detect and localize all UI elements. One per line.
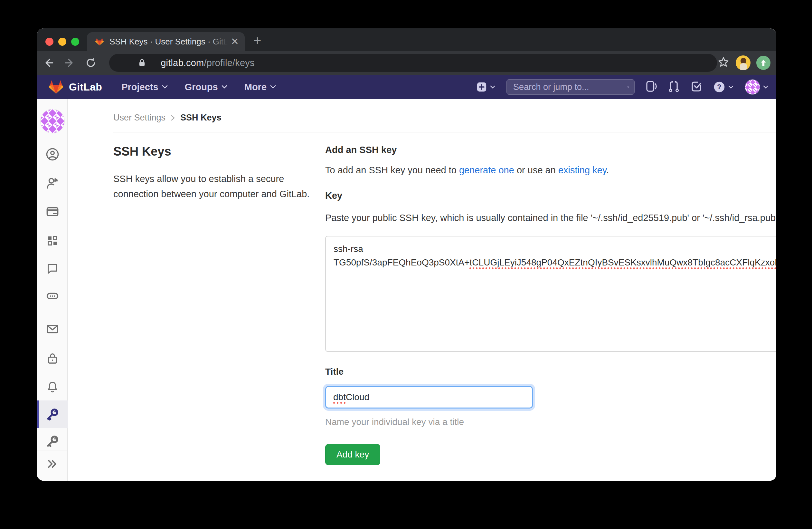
sidebar-item-billing[interactable] <box>37 203 68 221</box>
generate-one-link[interactable]: generate one <box>459 165 514 175</box>
header-divider <box>113 132 776 132</box>
gitlab-brand[interactable]: GitLab <box>48 79 102 95</box>
forward-button[interactable] <box>62 56 76 70</box>
grid-icon <box>46 234 59 247</box>
gpg-key-icon <box>46 434 59 448</box>
browser-profile-avatar[interactable] <box>736 55 751 70</box>
section-info-column: SSH Keys SSH keys allow you to establish… <box>113 145 310 481</box>
bookmark-star-icon[interactable] <box>717 56 730 70</box>
user-gear-icon <box>46 176 59 190</box>
tab-strip: SSH Keys · User Settings · GitL ✕ + <box>37 28 776 51</box>
gitlab-brand-name: GitLab <box>69 81 102 93</box>
lock-icon[interactable] <box>137 58 146 69</box>
toolbar-right <box>717 55 770 70</box>
browser-update-button[interactable] <box>756 56 770 70</box>
settings-sidebar <box>37 99 68 481</box>
search-icon <box>627 83 629 91</box>
url-host: gitlab.com <box>161 58 204 68</box>
title-label: Title <box>325 367 776 377</box>
back-button[interactable] <box>42 56 55 70</box>
lock-icon <box>46 352 59 365</box>
sidebar-item-profile[interactable] <box>37 145 68 163</box>
add-ssh-key-intro: To add an SSH key you need to generate o… <box>325 165 776 175</box>
todos-icon[interactable] <box>691 81 702 94</box>
double-chevron-right-icon <box>46 457 59 470</box>
sidebar-item-applications[interactable] <box>37 232 68 250</box>
gitlab-favicon-icon <box>95 37 104 46</box>
title-helper-text: Name your individual key via a title <box>325 417 776 427</box>
plus-square-icon <box>476 82 487 92</box>
merge-requests-icon[interactable] <box>668 80 680 94</box>
ssh-key-icon <box>46 408 59 421</box>
ellipsis-pill-icon <box>45 289 60 303</box>
gitlab-logo-icon <box>48 79 64 95</box>
chevron-down-icon <box>763 85 769 89</box>
sidebar-item-account[interactable] <box>37 174 68 192</box>
page-description: SSH keys allow you to establish a secure… <box>113 171 310 202</box>
gitlab-nav-right: ? <box>476 79 769 95</box>
nav-groups[interactable]: Groups <box>185 82 228 92</box>
chevron-down-icon <box>162 85 168 89</box>
chevron-down-icon <box>490 85 495 89</box>
sidebar-user-avatar <box>40 109 65 133</box>
sidebar-item-ssh-keys[interactable] <box>37 405 68 423</box>
url-path: /profile/keys <box>204 58 255 68</box>
page-body: User Settings SSH Keys SSH Keys SSH keys… <box>37 99 776 481</box>
profile-icon <box>46 147 59 161</box>
tab-title-fade <box>208 37 228 47</box>
search-input[interactable] <box>513 82 627 92</box>
main-content: User Settings SSH Keys SSH Keys SSH keys… <box>68 99 776 481</box>
tab-title: SSH Keys · User Settings · GitL <box>110 37 228 47</box>
zoom-window-button[interactable] <box>71 38 79 46</box>
breadcrumb-user-settings[interactable]: User Settings <box>113 113 165 123</box>
key-label: Key <box>325 190 776 201</box>
browser-window: SSH Keys · User Settings · GitL ✕ + gitl… <box>37 28 776 481</box>
reload-button[interactable] <box>84 56 98 70</box>
sidebar-item-emails[interactable] <box>37 320 68 338</box>
svg-text:?: ? <box>717 83 721 91</box>
close-window-button[interactable] <box>45 38 54 46</box>
sidebar-collapse-button[interactable] <box>37 455 68 473</box>
browser-toolbar: gitlab.com/profile/keys <box>37 51 776 75</box>
issues-icon[interactable] <box>646 80 657 94</box>
tab-close-icon[interactable]: ✕ <box>231 37 239 46</box>
nav-more[interactable]: More <box>244 82 276 92</box>
existing-key-link[interactable]: existing key <box>558 165 606 175</box>
user-menu-button[interactable] <box>745 79 769 95</box>
add-key-button[interactable]: Add key <box>325 444 380 465</box>
help-icon: ? <box>713 81 725 93</box>
chevron-down-icon <box>221 85 228 89</box>
new-menu-button[interactable] <box>476 82 495 92</box>
page-title: SSH Keys <box>113 145 310 158</box>
help-menu-button[interactable]: ? <box>713 81 734 93</box>
sidebar-item-gpg-keys[interactable] <box>37 432 68 451</box>
sidebar-divider <box>37 450 68 451</box>
envelope-icon <box>46 322 59 336</box>
chevron-down-icon <box>728 85 734 89</box>
chevron-down-icon <box>270 85 276 89</box>
title-input[interactable]: dbt Cloud <box>325 386 533 409</box>
new-tab-button[interactable]: + <box>253 33 261 48</box>
address-bar[interactable]: gitlab.com/profile/keys <box>109 54 717 72</box>
traffic-lights <box>45 38 79 46</box>
key-instructions: Paste your public SSH key, which is usua… <box>325 211 776 225</box>
add-ssh-key-heading: Add an SSH key <box>325 145 776 155</box>
minimize-window-button[interactable] <box>58 38 66 46</box>
bell-icon <box>46 380 59 393</box>
form-column: Add an SSH key To add an SSH key you nee… <box>325 145 776 481</box>
ssh-key-textarea[interactable]: ssh-rsa TG50pfS/3apFEQhEoQ3pS0XtA+tCLUGj… <box>325 236 776 352</box>
browser-tab[interactable]: SSH Keys · User Settings · GitL ✕ <box>87 32 245 51</box>
global-search[interactable] <box>506 79 635 95</box>
url-text: gitlab.com/profile/keys <box>161 58 255 68</box>
gitlab-nav-links: Projects Groups More <box>121 82 276 92</box>
sidebar-item-password[interactable] <box>37 349 68 367</box>
sidebar-item-chat[interactable] <box>37 259 68 277</box>
user-avatar <box>745 79 760 95</box>
sidebar-item-notifications[interactable] <box>37 377 68 396</box>
credit-card-icon <box>46 205 59 218</box>
breadcrumb: User Settings SSH Keys <box>113 113 776 123</box>
breadcrumb-current: SSH Keys <box>180 113 221 123</box>
comment-icon <box>46 262 59 275</box>
nav-projects[interactable]: Projects <box>121 82 168 92</box>
sidebar-item-slack[interactable] <box>37 287 68 305</box>
